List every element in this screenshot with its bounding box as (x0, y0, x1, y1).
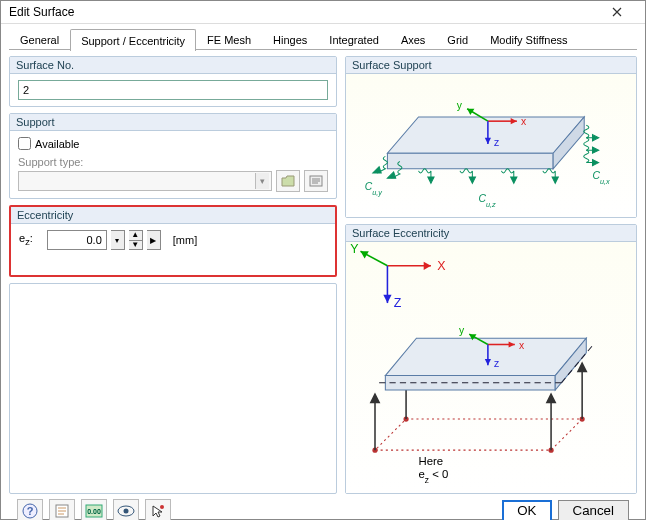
group-eccentricity: Eccentricity ez: ▾ ▲ ▼ ▶ (9, 205, 337, 277)
chevron-down-icon: ▾ (255, 173, 269, 189)
ez-spin-down[interactable]: ▼ (129, 240, 142, 250)
window-title: Edit Surface (9, 5, 597, 19)
svg-text:0.00: 0.00 (87, 508, 101, 515)
ez-pick-button[interactable]: ▶ (147, 230, 161, 250)
left-column: Surface No. Support Available Support ty… (9, 56, 337, 494)
ez-dropdown-toggle[interactable]: ▾ (111, 230, 125, 250)
notes-button[interactable] (49, 499, 75, 520)
dialog-body: General Support / Eccentricity FE Mesh H… (1, 24, 645, 520)
new-icon (309, 175, 323, 187)
svg-marker-37 (371, 394, 379, 402)
group-empty (9, 283, 337, 494)
tab-content: Surface No. Support Available Support ty… (9, 50, 637, 494)
surface-no-input[interactable] (18, 80, 328, 100)
support-type-row: ▾ (18, 170, 328, 192)
svg-marker-14 (387, 172, 395, 178)
ez-label: ez: (19, 232, 33, 247)
dialog-edit-surface: Edit Surface General Support / Eccentric… (0, 0, 646, 520)
axis-Z-label: Z (394, 296, 402, 310)
units-button[interactable]: 0.00 (81, 499, 107, 520)
help-button[interactable]: ? (17, 499, 43, 520)
svg-text:z: z (494, 358, 499, 369)
axis-x-label: x (521, 116, 527, 127)
group-title-support: Support (10, 114, 336, 131)
titlebar: Edit Surface (1, 1, 645, 24)
ez-row: ez: ▾ ▲ ▼ ▶ [mm] (19, 230, 327, 250)
tab-axes[interactable]: Axes (390, 28, 436, 50)
support-type-combo: ▾ (18, 171, 272, 191)
axis-Y-label: Y (350, 242, 358, 256)
ez-spin-up[interactable]: ▲ (129, 231, 142, 240)
group-surface-no: Surface No. (9, 56, 337, 107)
axis-X-label: X (437, 259, 446, 273)
folder-icon (281, 175, 295, 187)
available-checkbox-row[interactable]: Available (18, 137, 328, 150)
svg-marker-13 (373, 167, 381, 173)
ecc-note-line2: ez < 0 (419, 468, 449, 484)
open-library-button (276, 170, 300, 192)
tab-general[interactable]: General (9, 28, 70, 50)
svg-marker-11 (593, 147, 599, 153)
ez-input[interactable] (47, 230, 107, 250)
svg-text:x: x (519, 340, 525, 351)
cu-z-label: Cu,z (479, 193, 497, 209)
svg-marker-15 (428, 177, 434, 183)
svg-marker-24 (383, 295, 391, 303)
group-support: Support Available Support type: ▾ (9, 113, 337, 199)
svg-marker-33 (578, 363, 586, 371)
svg-marker-12 (593, 159, 599, 165)
tab-support-eccentricity[interactable]: Support / Eccentricity (70, 29, 196, 51)
cu-y-label: Cu,y (365, 181, 383, 197)
svg-text:y: y (459, 325, 465, 336)
svg-marker-2 (387, 153, 553, 169)
group-title-eccentricity: Eccentricity (11, 207, 335, 224)
ok-button[interactable]: OK (502, 500, 551, 520)
units-icon: 0.00 (85, 504, 103, 518)
group-surface-support-preview: Surface Support x (345, 56, 637, 218)
close-icon (612, 7, 622, 17)
pick-button[interactable] (145, 499, 171, 520)
tab-fe-mesh[interactable]: FE Mesh (196, 28, 262, 50)
eccentricity-diagram: X Y Z (346, 242, 636, 493)
new-support-button (304, 170, 328, 192)
svg-marker-17 (511, 177, 517, 183)
group-surface-eccentricity-preview: Surface Eccentricity X Y Z (345, 224, 637, 494)
tab-strip: General Support / Eccentricity FE Mesh H… (9, 28, 637, 50)
tab-hinges[interactable]: Hinges (262, 28, 318, 50)
cu-x-label: Cu,x (593, 170, 611, 185)
svg-marker-18 (552, 177, 558, 183)
svg-marker-35 (547, 394, 555, 402)
available-checkbox[interactable] (18, 137, 31, 150)
support-type-label: Support type: (18, 156, 328, 168)
group-title-surface-support-preview: Surface Support (346, 57, 636, 74)
tab-integrated[interactable]: Integrated (318, 28, 390, 50)
ecc-note-line1: Here (419, 455, 444, 467)
cancel-button[interactable]: Cancel (558, 500, 630, 520)
support-diagram: x y z Cu,x (346, 74, 636, 217)
svg-text:?: ? (27, 505, 34, 517)
axis-z-label: z (494, 137, 499, 148)
svg-point-59 (160, 505, 164, 509)
dialog-footer: ? 0.00 OK Cancel (9, 494, 637, 520)
pick-icon (150, 503, 166, 519)
ez-spinner[interactable]: ▲ ▼ (129, 230, 143, 250)
tab-modify-stiffness[interactable]: Modify Stiffness (479, 28, 578, 50)
ez-unit: [mm] (173, 234, 197, 246)
svg-marker-16 (469, 177, 475, 183)
group-title-surface-eccentricity-preview: Surface Eccentricity (346, 225, 636, 242)
view-button[interactable] (113, 499, 139, 520)
svg-marker-10 (593, 135, 599, 141)
svg-point-58 (124, 508, 129, 513)
close-button[interactable] (597, 1, 637, 23)
svg-marker-20 (424, 262, 431, 270)
group-title-surface-no: Surface No. (10, 57, 336, 74)
tab-grid[interactable]: Grid (436, 28, 479, 50)
help-icon: ? (22, 503, 38, 519)
eye-icon (117, 505, 135, 517)
svg-marker-1 (387, 117, 584, 153)
available-label: Available (35, 138, 79, 150)
note-icon (54, 503, 70, 519)
right-column: Surface Support x (345, 56, 637, 494)
axis-y-label: y (457, 100, 463, 111)
